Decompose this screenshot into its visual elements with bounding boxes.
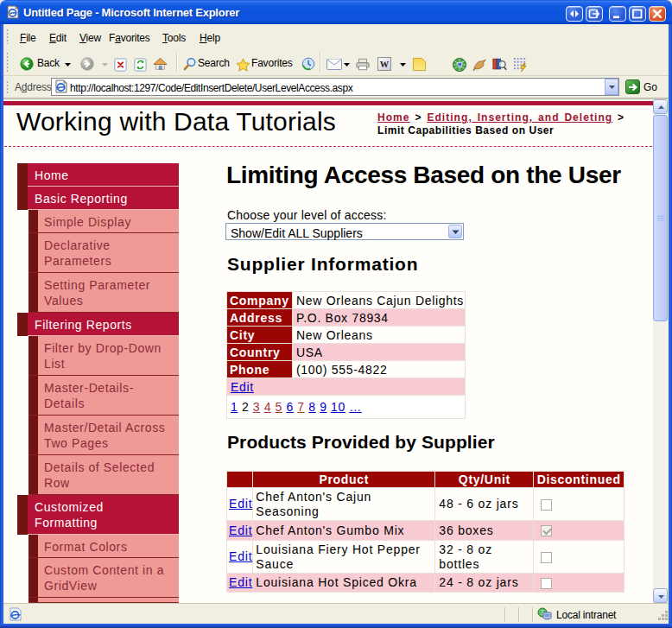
svg-text:W: W: [380, 60, 390, 69]
